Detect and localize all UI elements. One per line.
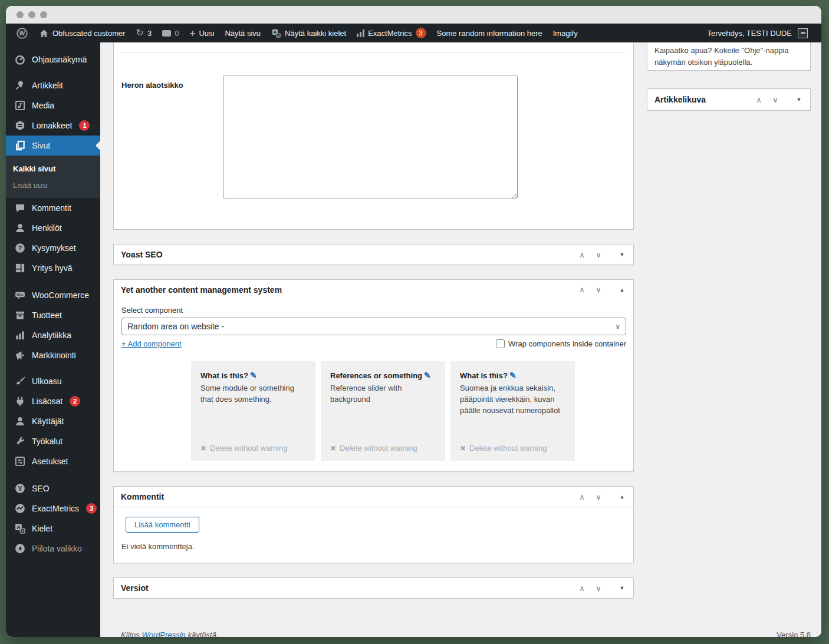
sidebar-item-marketing[interactable]: Markkinointi	[6, 345, 100, 365]
delete-component-button[interactable]: ✖Delete without warning	[330, 444, 437, 453]
sidebar-item-forms[interactable]: Lomakkeet1	[6, 115, 100, 136]
person-icon	[14, 222, 26, 234]
comments-menu[interactable]: 0	[157, 24, 184, 42]
component-select[interactable]: Random area on website - ∨	[121, 318, 626, 335]
toggle-panel-icon[interactable]: ▲	[618, 494, 626, 500]
wrench-icon	[14, 435, 26, 447]
sidebar-item-media[interactable]: Media	[6, 95, 100, 115]
toggle-panel-icon[interactable]: ▼	[618, 585, 626, 591]
media-icon	[14, 100, 26, 111]
move-up-icon[interactable]: ∧	[755, 95, 763, 104]
sidebar-item-comments[interactable]: Kommentit	[6, 198, 100, 218]
component-card-description: Some module or something that does somet…	[200, 383, 307, 405]
exactmetrics-icon	[14, 503, 26, 514]
component-card: References or something✎ Reference slide…	[321, 361, 445, 461]
view-page-link[interactable]: Näytä sivu	[219, 24, 266, 42]
featured-image-box: Artikkelikuva ∧ ∨ ▼	[647, 88, 811, 111]
sidebar-item-users[interactable]: Käyttäjät	[6, 411, 100, 431]
wordpress-link[interactable]: WordPressin	[142, 630, 185, 637]
admin-sidebar: Ohjausnäkymä Artikkelit Media Lomakkeet1…	[6, 42, 100, 637]
forms-icon	[14, 120, 26, 131]
submenu-all-pages[interactable]: Kaikki sivut	[6, 160, 100, 177]
component-card-description: Reference slider with background	[330, 383, 437, 405]
wrap-components-field: Wrap components inside container	[496, 339, 626, 348]
cms-title: Yet another content management system	[121, 285, 282, 295]
close-window-button[interactable]	[17, 11, 24, 18]
admin-footer: Kiitos WordPressin käytöstä. Versio 5.8	[113, 630, 811, 637]
toggle-panel-icon[interactable]: ▼	[795, 97, 803, 103]
add-comment-button[interactable]: Lisää kommentti	[126, 517, 199, 533]
wrap-components-checkbox[interactable]	[496, 339, 505, 348]
delete-x-icon: ✖	[460, 444, 466, 453]
submenu-add-new[interactable]: Lisää uusi	[6, 177, 100, 193]
new-content-menu[interactable]: + Uusi	[184, 24, 219, 42]
comments-title: Kommentit	[121, 492, 164, 501]
sidebar-item-exactmetrics[interactable]: ExactMetrics3	[6, 498, 100, 518]
site-name: Obfuscated customer	[52, 29, 126, 38]
sidebar-item-analytics[interactable]: Analytiikka	[6, 325, 100, 345]
no-comments-text: Ei vielä kommentteja.	[121, 542, 626, 551]
delete-x-icon: ✖	[200, 444, 206, 453]
sidebar-item-appearance[interactable]: Ulkoasu	[6, 371, 100, 391]
wp-logo-menu[interactable]	[11, 24, 34, 42]
translate-icon	[14, 523, 26, 534]
random-info-label: Some random information here	[437, 29, 542, 38]
exactmetrics-badge: 3	[416, 28, 426, 38]
sidebar-item-plugins[interactable]: Lisäosat2	[6, 391, 100, 411]
component-card-description: Suomea ja enkkua sekaisin, pääpointit vi…	[460, 383, 567, 417]
toggle-panel-icon[interactable]: ▼	[618, 252, 626, 257]
move-down-icon[interactable]: ∨	[594, 285, 603, 294]
sidebar-item-questions[interactable]: Kysymykset	[6, 238, 100, 258]
revisions-title: Versiot	[121, 583, 149, 593]
move-up-icon[interactable]: ∧	[578, 285, 586, 294]
pages-icon	[14, 140, 26, 151]
edit-pencil-icon[interactable]: ✎	[509, 371, 517, 380]
sidebar-item-posts[interactable]: Artikkelit	[6, 75, 100, 95]
imagify-label: Imagify	[553, 29, 578, 38]
site-menu[interactable]: Obfuscated customer	[34, 24, 131, 42]
delete-component-button[interactable]: ✖Delete without warning	[460, 444, 567, 453]
delete-component-button[interactable]: ✖Delete without warning	[200, 444, 307, 453]
updates-menu[interactable]: ↻ 3	[131, 24, 157, 42]
wordpress-logo-icon	[16, 27, 28, 39]
sidebar-item-pages[interactable]: Sivut	[6, 136, 100, 156]
sidebar-item-seo[interactable]: SEO	[6, 478, 100, 498]
minimize-window-button[interactable]	[28, 11, 35, 18]
home-icon	[39, 28, 49, 38]
move-up-icon[interactable]: ∧	[578, 584, 586, 593]
move-up-icon[interactable]: ∧	[578, 493, 586, 501]
hero-subtitle-textarea[interactable]	[223, 75, 518, 199]
sidebar-item-woocommerce[interactable]: WooCommerce	[6, 285, 100, 305]
component-card: What is this?✎ Suomea ja enkkua sekaisin…	[450, 361, 575, 461]
hero-subtitle-label: Heron alaotsikko	[121, 75, 223, 199]
my-account-menu[interactable]: Tervehdys, TESTI DUDE	[702, 24, 813, 42]
sidebar-item-dashboard[interactable]: Ohjausnäkymä	[6, 49, 100, 70]
add-component-link[interactable]: + Add component	[121, 339, 182, 348]
revisions-box: Versiot ∧ ∨ ▼	[113, 577, 634, 599]
move-down-icon[interactable]: ∨	[594, 493, 603, 501]
cms-box: Yet another content management system ∧ …	[113, 279, 634, 472]
toggle-panel-icon[interactable]: ▲	[618, 287, 626, 293]
sidebar-item-tools[interactable]: Työkalut	[6, 431, 100, 451]
imagify-menu[interactable]: Imagify	[548, 24, 583, 42]
sidebar-item-company[interactable]: Yritys hyvä	[6, 258, 100, 278]
move-down-icon[interactable]: ∨	[594, 584, 603, 593]
move-down-icon[interactable]: ∨	[771, 95, 779, 104]
exactmetrics-menu[interactable]: ExactMetrics 3	[351, 24, 431, 42]
move-up-icon[interactable]: ∧	[578, 250, 586, 259]
random-info-menu[interactable]: Some random information here	[432, 24, 548, 42]
delete-x-icon: ✖	[330, 444, 336, 453]
sidebar-item-languages[interactable]: Kielet	[6, 518, 100, 539]
maximize-window-button[interactable]	[40, 11, 47, 18]
select-component-label: Select component	[121, 306, 626, 315]
sidebar-item-people[interactable]: Henkilöt	[6, 218, 100, 238]
sidebar-item-collapse-menu[interactable]: Piilota valikko	[6, 539, 100, 559]
edit-pencil-icon[interactable]: ✎	[424, 371, 431, 380]
move-down-icon[interactable]: ∨	[594, 250, 603, 259]
archive-box-icon	[14, 309, 26, 321]
view-all-languages-menu[interactable]: Näytä kaikki kielet	[266, 24, 351, 42]
edit-pencil-icon[interactable]: ✎	[250, 371, 257, 380]
sidebar-item-settings[interactable]: Asetukset	[6, 451, 100, 471]
layout-icon	[14, 262, 26, 274]
sidebar-item-products[interactable]: Tuotteet	[6, 305, 100, 325]
